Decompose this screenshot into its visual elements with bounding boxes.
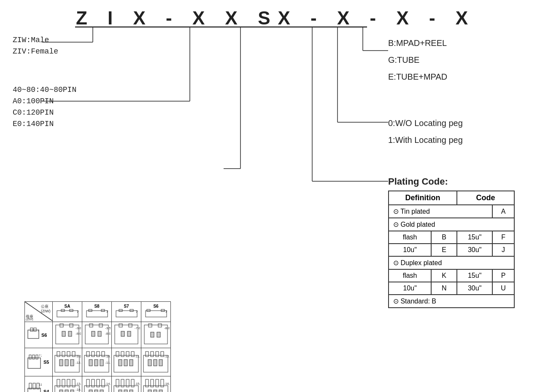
- svg-rect-86: [89, 360, 92, 366]
- svg-rect-56: [129, 324, 132, 327]
- svg-rect-139: [124, 390, 127, 392]
- svg-rect-77: [65, 360, 68, 366]
- svg-text:-11.0: -11.0: [135, 354, 140, 358]
- locating-section: 0:W/O Locating peg 1:With Locating peg: [388, 115, 463, 148]
- svg-rect-93: [121, 352, 124, 357]
- gold-f: F: [492, 231, 514, 244]
- svg-rect-119: [59, 390, 63, 392]
- svg-rect-67: [29, 355, 31, 359]
- duplex-30u: 30u": [457, 282, 492, 295]
- svg-rect-96: [119, 360, 122, 366]
- gold-flash: flash: [389, 231, 431, 244]
- svg-rect-149: [159, 390, 162, 392]
- svg-rect-73: [62, 352, 65, 357]
- svg-rect-64: [157, 332, 160, 337]
- svg-rect-49: [99, 324, 103, 327]
- svg-rect-37: [30, 328, 33, 331]
- svg-rect-61: [148, 324, 152, 327]
- pin-c0: C0:120PIN: [13, 107, 76, 118]
- svg-rect-38: [34, 328, 36, 331]
- svg-text:7: 7: [77, 310, 79, 314]
- svg-rect-50: [92, 331, 95, 336]
- plating-header-def: Definition: [389, 191, 457, 205]
- tin-plated-row: ⊙ Tin plated A: [389, 205, 514, 218]
- svg-rect-94: [126, 352, 129, 357]
- svg-rect-57: [121, 331, 124, 336]
- duplex-plated-header-row: ⊙ Duplex plated: [389, 256, 514, 269]
- svg-rect-76: [59, 360, 63, 366]
- svg-rect-106: [154, 360, 157, 366]
- duplex-row-1: flash K 15u" P: [389, 269, 514, 282]
- svg-text:-16.0: -16.0: [164, 382, 170, 386]
- gold-j: J: [492, 244, 514, 256]
- svg-rect-87: [94, 360, 98, 366]
- svg-rect-82: [86, 352, 89, 357]
- duplex-label: ⊙ Duplex plated: [389, 256, 514, 269]
- svg-rect-95: [131, 352, 134, 357]
- svg-rect-85: [102, 352, 105, 357]
- svg-rect-130: [94, 390, 98, 392]
- svg-rect-121: [70, 390, 74, 392]
- svg-rect-97: [124, 360, 127, 366]
- svg-rect-104: [161, 352, 164, 357]
- svg-text:Z  I  X  -  X X  SX -  X  -  X: Z I X - X X SX - X - X - X: [76, 8, 475, 28]
- svg-text:-15.0: -15.0: [135, 382, 140, 386]
- duplex-k: K: [431, 269, 457, 282]
- table-row: 7.2 S5: [25, 348, 171, 376]
- duplex-p: P: [492, 269, 514, 282]
- plating-header-code: Code: [457, 191, 514, 205]
- svg-rect-74: [67, 352, 70, 357]
- svg-rect-129: [89, 390, 92, 392]
- svg-text:-8.0: -8.0: [76, 332, 81, 336]
- svg-rect-107: [159, 360, 162, 366]
- svg-text:-10.0: -10.0: [105, 354, 111, 358]
- svg-text:11.7: 11.7: [39, 383, 42, 386]
- svg-text:-12.0: -12.0: [76, 361, 81, 365]
- plating-section: Plating Code: Definition Code ⊙ Tin plat…: [388, 176, 515, 308]
- svg-text:7: 7: [106, 310, 108, 314]
- svg-rect-138: [119, 390, 122, 392]
- svg-text:-3.0: -3.0: [76, 326, 81, 330]
- packaging-section: B:MPAD+REEL G:TUBE E:TUBE+MPAD: [388, 35, 447, 85]
- svg-text:(ZIV): (ZIV): [26, 317, 33, 321]
- svg-rect-43: [62, 331, 65, 336]
- svg-text:-8.0: -8.0: [105, 332, 111, 336]
- svg-text:-14.0: -14.0: [76, 388, 81, 392]
- duplex-row-2: 10u" N 30u" U: [389, 282, 514, 295]
- plating-table: Definition Code ⊙ Tin plated A ⊙ Gold pl…: [388, 191, 515, 308]
- duplex-n: N: [431, 282, 457, 295]
- locating-1: 1:With Locating peg: [388, 132, 463, 148]
- svg-rect-42: [70, 324, 73, 327]
- svg-text:7: 7: [38, 329, 39, 332]
- pin-40-80: 40~80:40~80PIN: [13, 84, 76, 96]
- tin-label: ⊙ Tin plated: [389, 205, 492, 218]
- svg-rect-147: [148, 390, 151, 392]
- svg-text:-14.0: -14.0: [105, 382, 111, 386]
- gold-e: E: [431, 244, 457, 256]
- svg-rect-41: [60, 324, 63, 327]
- svg-rect-88: [100, 360, 103, 366]
- col-sa-header: SA: [54, 304, 80, 309]
- svg-rect-44: [68, 331, 72, 336]
- svg-text:-11.0: -11.0: [105, 361, 111, 365]
- svg-rect-66: [28, 358, 40, 368]
- svg-rect-75: [72, 352, 75, 357]
- col-s7-header: S7: [113, 304, 139, 309]
- svg-rect-68: [32, 355, 35, 359]
- svg-rect-101: [146, 352, 148, 357]
- svg-rect-62: [158, 324, 162, 327]
- gold-10u: 10u": [389, 244, 431, 256]
- svg-rect-58: [127, 331, 131, 336]
- svg-rect-63: [151, 332, 154, 337]
- plating-title: Plating Code:: [388, 176, 515, 187]
- duplex-10u: 10u": [389, 282, 431, 295]
- svg-rect-84: [97, 352, 100, 357]
- gold-plated-header-row: ⊙ Gold plated: [389, 218, 514, 231]
- svg-text:7.2: 7.2: [39, 354, 42, 357]
- packaging-labels: B:MPAD+REEL G:TUBE E:TUBE+MPAD: [388, 35, 447, 85]
- standard-label: ⊙ Standard: B: [389, 295, 514, 308]
- svg-rect-140: [130, 390, 133, 392]
- table-row: 11.7 S4: [25, 376, 171, 392]
- svg-text:7: 7: [165, 310, 167, 314]
- svg-rect-120: [65, 390, 68, 392]
